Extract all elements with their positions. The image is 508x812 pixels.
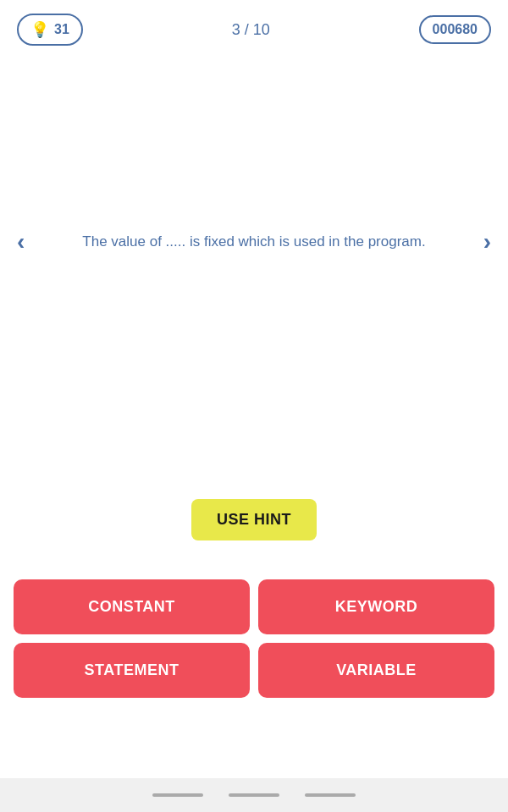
bottom-indicator-2 [229, 793, 279, 797]
bulb-icon: 💡 [30, 20, 49, 39]
hint-counter[interactable]: 💡 31 [17, 14, 83, 46]
question-text: The value of ..... is fixed which is use… [33, 231, 474, 253]
bottom-nav-bar [0, 778, 508, 812]
use-hint-container: USE HINT [0, 499, 508, 540]
bottom-indicator-3 [305, 793, 356, 797]
answer-statement[interactable]: STATEMENT [14, 643, 250, 698]
bottom-indicator-1 [152, 793, 203, 797]
hint-count-value: 31 [54, 22, 69, 37]
question-area: ‹ The value of ..... is fixed which is u… [0, 220, 508, 264]
use-hint-button[interactable]: USE HINT [191, 499, 317, 540]
answers-grid: CONSTANT KEYWORD STATEMENT VARIABLE [14, 579, 494, 698]
answer-variable[interactable]: VARIABLE [258, 643, 494, 698]
answer-keyword[interactable]: KEYWORD [258, 579, 494, 634]
next-arrow[interactable]: › [475, 220, 500, 264]
header: 💡 31 3 / 10 000680 [0, 0, 508, 59]
prev-arrow[interactable]: ‹ [8, 220, 33, 264]
answer-constant[interactable]: CONSTANT [14, 579, 250, 634]
progress-text: 3 / 10 [232, 21, 270, 39]
score-counter: 000680 [419, 15, 491, 44]
